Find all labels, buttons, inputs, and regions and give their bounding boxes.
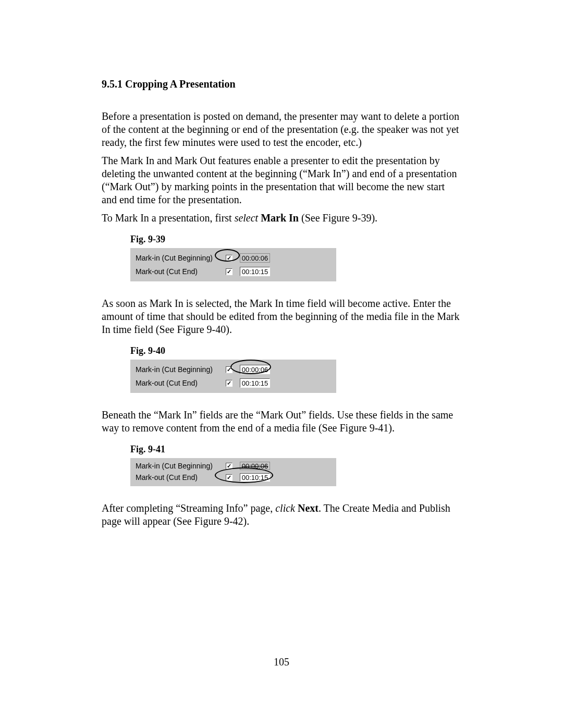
mark-in-label: Mark-in (Cut Beginning) (136, 365, 224, 374)
mark-out-checkbox[interactable]: ✓ (226, 268, 232, 275)
mark-in-checkbox[interactable]: ✓ (226, 463, 232, 470)
page-number: 105 (0, 656, 563, 668)
mark-in-checkbox[interactable]: ✓ (226, 255, 232, 262)
mark-in-time-field[interactable]: 00:00:06 (240, 365, 270, 374)
text-click: click (275, 502, 295, 514)
mark-out-checkbox[interactable]: ✓ (226, 474, 232, 481)
mark-out-label: Mark-out (Cut End) (136, 473, 224, 482)
paragraph-mark-desc: The Mark In and Mark Out features enable… (102, 154, 461, 206)
paragraph-mark-in-instr: To Mark In a presentation, first select … (102, 212, 461, 225)
mark-in-time-field[interactable]: 00:00:06 (240, 253, 270, 263)
mark-in-label: Mark-in (Cut Beginning) (136, 254, 224, 262)
figure-9-41: Fig. 9-41 Mark-in (Cut Beginning) ✓ 00:0… (130, 444, 461, 486)
mark-in-checkbox[interactable]: ✓ (226, 366, 232, 373)
figure-image: Mark-in (Cut Beginning) ✓ 00:00:06 Mark-… (130, 248, 336, 281)
text-select: select (235, 212, 259, 224)
text: (See Figure 9-39). (299, 212, 377, 224)
text-markin: Mark In (261, 212, 299, 224)
figure-caption: Fig. 9-39 (130, 234, 461, 245)
mark-out-label: Mark-out (Cut End) (136, 267, 224, 276)
figure-image: Mark-in (Cut Beginning) ✓ 00:00:06 Mark-… (130, 360, 336, 393)
mark-out-time-field[interactable]: 00:10:15 (240, 473, 270, 482)
paragraph-markout: Beneath the “Mark In” fields are the “Ma… (102, 409, 461, 435)
figure-9-40: Fig. 9-40 Mark-in (Cut Beginning) ✓ 00:0… (130, 346, 461, 393)
mark-out-checkbox[interactable]: ✓ (226, 380, 232, 387)
mark-in-time-field[interactable]: 00:00:06 (240, 462, 270, 470)
figure-image: Mark-in (Cut Beginning) ✓ 00:00:06 Mark-… (130, 458, 336, 486)
section-heading: 9.5.1 Cropping A Presentation (102, 78, 461, 90)
mark-in-label: Mark-in (Cut Beginning) (136, 462, 224, 470)
text: To Mark In a presentation, first (102, 212, 235, 224)
mark-out-time-field[interactable]: 00:10:15 (240, 378, 270, 388)
text-next: Next (298, 502, 319, 514)
mark-out-time-field[interactable]: 00:10:15 (240, 267, 270, 276)
figure-caption: Fig. 9-41 (130, 444, 461, 455)
figure-9-39: Fig. 9-39 Mark-in (Cut Beginning) ✓ 00:0… (130, 234, 461, 281)
text: After completing “Streaming Info” page, (102, 502, 275, 514)
paragraph-markin-active: As soon as Mark In is selected, the Mark… (102, 297, 461, 336)
paragraph-intro: Before a presentation is posted on deman… (102, 110, 461, 149)
mark-out-label: Mark-out (Cut End) (136, 379, 224, 387)
paragraph-next: After completing “Streaming Info” page, … (102, 502, 461, 528)
figure-caption: Fig. 9-40 (130, 346, 461, 356)
